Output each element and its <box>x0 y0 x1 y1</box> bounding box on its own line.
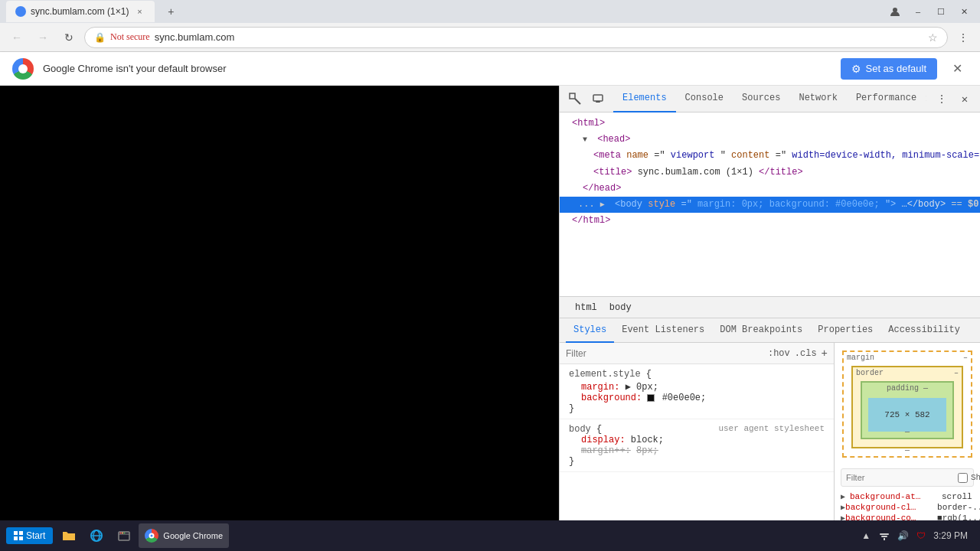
back-button[interactable]: ← <box>6 27 28 48</box>
pseudo-class-button[interactable]: :hov <box>768 348 790 359</box>
start-button[interactable]: Start <box>6 527 53 544</box>
tab-network[interactable]: Network <box>789 86 846 112</box>
taskbar-items: Google Chrome <box>56 523 851 548</box>
notification-close-button[interactable]: ✕ <box>946 58 968 80</box>
tab-favicon <box>15 6 26 17</box>
html-line[interactable]: ▼ <head> <box>560 132 980 148</box>
svg-rect-17 <box>881 536 887 537</box>
css-rule-element-style: element.style { margin: ▶ 0px; backgroun… <box>560 364 834 419</box>
new-tab-button[interactable]: + <box>161 2 181 21</box>
chrome-taskbar-icon <box>145 529 158 543</box>
devtools-tabs: Elements Console Sources Network Perform… <box>613 86 926 112</box>
browser-window: sync.bumlam.com (1×1) × + – ☐ ✕ ← → ↻ 🔒 … <box>0 0 980 551</box>
title-bar: sync.bumlam.com (1×1) × + – ☐ ✕ <box>0 0 980 23</box>
tab-properties[interactable]: Properties <box>810 318 880 343</box>
tab-accessibility[interactable]: Accessibility <box>880 318 968 343</box>
address-input-wrap[interactable]: 🔒 Not secure ☆ <box>84 27 948 48</box>
svg-rect-1 <box>570 93 575 99</box>
padding-label: padding — <box>887 384 928 393</box>
html-line[interactable]: </html> <box>560 213 980 229</box>
taskbar-item-chrome[interactable]: Google Chrome <box>139 523 229 548</box>
show-all-label[interactable]: Show all <box>958 473 980 483</box>
computed-item: ▶ background-co… ■rgb(1... <box>841 513 974 520</box>
devtools-header: Elements Console Sources Network Perform… <box>560 86 980 112</box>
taskbar-item-ie[interactable] <box>83 523 109 548</box>
add-style-button[interactable]: + <box>822 347 828 360</box>
tab-dom-breakpoints[interactable]: DOM Breakpoints <box>712 318 810 343</box>
breadcrumb-body[interactable]: body <box>603 301 638 315</box>
time: 3:29 PM <box>933 530 968 541</box>
tab-close-button[interactable]: × <box>133 5 145 18</box>
svg-rect-16 <box>884 538 885 540</box>
html-line[interactable]: </head> <box>560 181 980 197</box>
show-all-checkbox[interactable] <box>958 473 968 483</box>
chrome-logo <box>12 58 34 80</box>
content-size-label: 725 × 582 <box>884 410 929 419</box>
window-controls: – ☐ ✕ <box>885 2 974 21</box>
box-model-wrap: margin – border – padding — <box>835 343 980 465</box>
computed-item: ▶ background-cl… border-... <box>841 502 974 513</box>
box-model-border: border – padding — 725 × 582 — <box>851 366 963 448</box>
devtools-icons-left <box>560 88 613 109</box>
devtools-icons-right: ⋮ ✕ <box>926 88 980 109</box>
svg-point-15 <box>124 533 126 534</box>
color-swatch[interactable] <box>647 394 655 402</box>
profile-button[interactable] <box>885 2 905 21</box>
svg-point-13 <box>120 533 122 534</box>
cls-button[interactable]: .cls <box>795 348 817 359</box>
refresh-button[interactable]: ↻ <box>58 27 80 48</box>
styles-filter-input[interactable] <box>566 348 763 359</box>
tab-label: sync.bumlam.com (1×1) <box>31 6 129 17</box>
devtools-html-panel: <html> ▼ <head> <meta name =" viewport "… <box>560 112 980 296</box>
tab-styles[interactable]: Styles <box>566 318 614 343</box>
address-input[interactable] <box>155 31 923 43</box>
minimize-button[interactable]: – <box>908 2 928 21</box>
svg-rect-6 <box>19 531 23 535</box>
extensions-button[interactable]: ⋮ <box>952 27 974 48</box>
tray-network-icon[interactable] <box>878 530 890 542</box>
computed-filter-input[interactable] <box>846 473 952 482</box>
tray-arrow-icon[interactable]: ▲ <box>860 530 872 542</box>
svg-rect-5 <box>14 531 18 535</box>
device-toolbar-button[interactable] <box>587 88 609 109</box>
border-label: border <box>856 369 884 377</box>
inspect-element-button[interactable] <box>564 88 586 109</box>
svg-rect-4 <box>596 101 600 103</box>
breadcrumb-html[interactable]: html <box>569 301 603 315</box>
html-line[interactable]: <meta name =" viewport " content =" widt… <box>560 148 980 164</box>
bookmark-icon[interactable]: ☆ <box>928 31 938 44</box>
forward-button[interactable]: → <box>32 27 54 48</box>
close-window-button[interactable]: ✕ <box>954 2 974 21</box>
svg-rect-7 <box>14 536 18 540</box>
set-default-button[interactable]: ⚙ Set as default <box>841 58 938 80</box>
tab-sources[interactable]: Sources <box>733 86 789 112</box>
devtools-panel: Elements Console Sources Network Perform… <box>559 86 980 520</box>
antivirus-icon[interactable]: 🛡 <box>915 530 927 542</box>
address-bar: ← → ↻ 🔒 Not secure ☆ ⋮ <box>0 23 980 52</box>
main-area: Elements Console Sources Network Perform… <box>0 86 980 520</box>
set-default-label: Set as default <box>866 63 927 74</box>
border-dash: – <box>954 369 959 377</box>
css-rule-body: body { user agent stylesheet display: bl… <box>560 419 834 472</box>
html-line-selected[interactable]: ... ▶ <body style =" margin: 0px; backgr… <box>560 197 980 213</box>
tab-event-listeners[interactable]: Event Listeners <box>614 318 712 343</box>
svg-rect-18 <box>880 533 889 535</box>
tab-performance[interactable]: Performance <box>847 86 926 112</box>
tab-console[interactable]: Console <box>676 86 733 112</box>
html-line[interactable]: <title> sync.bumlam.com (1×1) </title> <box>560 165 980 181</box>
browser-tab[interactable]: sync.bumlam.com (1×1) × <box>6 1 155 22</box>
taskbar-item-explorer[interactable] <box>111 523 137 548</box>
tab-elements[interactable]: Elements <box>613 86 676 112</box>
devtools-close-button[interactable]: ✕ <box>954 88 975 109</box>
computed-item: ▶ background-at… scroll <box>841 491 974 502</box>
taskbar-item-folder[interactable] <box>56 523 82 548</box>
svg-rect-3 <box>593 95 603 101</box>
html-line[interactable]: <html> <box>560 116 980 132</box>
tray-volume-icon[interactable]: 🔊 <box>897 530 909 542</box>
styles-bottom: :hov .cls + element.style { margin: ▶ 0p… <box>560 343 980 520</box>
margin-bottom-label: — <box>905 446 910 455</box>
maximize-button[interactable]: ☐ <box>931 2 951 21</box>
devtools-settings-button[interactable]: ⋮ <box>931 88 952 109</box>
notification-bar: Google Chrome isn't your default browser… <box>0 52 980 86</box>
computed-list: ▶ background-at… scroll ▶ background-cl…… <box>841 491 974 520</box>
